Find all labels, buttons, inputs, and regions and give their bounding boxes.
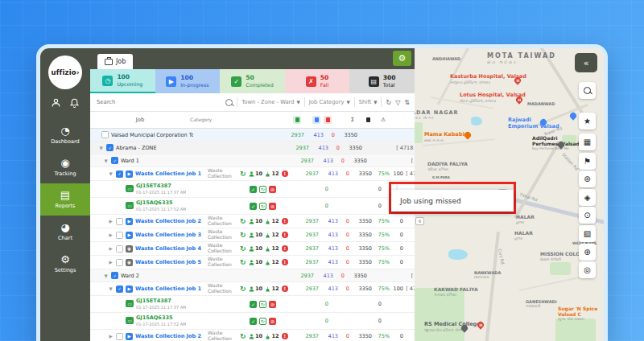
search-icon[interactable] bbox=[225, 99, 233, 106]
shift-select[interactable]: Shift▼ bbox=[359, 99, 378, 105]
expand-caret-icon[interactable]: ▶ bbox=[108, 260, 114, 265]
completed-count: 2937 bbox=[282, 132, 304, 138]
column-alerts[interactable]: ⚠ bbox=[372, 117, 386, 123]
row-checkbox[interactable] bbox=[116, 232, 123, 239]
status-chip-upcoming[interactable]: ◷100Upcoming bbox=[90, 69, 155, 93]
vehicle-link[interactable]: GJ15ET4387 bbox=[136, 183, 186, 190]
table-row[interactable]: ▶▶Waste Collection Job 3Waste Collection… bbox=[90, 228, 415, 242]
map-search-button[interactable] bbox=[579, 82, 596, 99]
settings-gear-button[interactable]: ⚙ bbox=[393, 51, 411, 66]
expand-caret-icon[interactable]: ▶ bbox=[108, 246, 114, 251]
expand-caret-icon[interactable]: ▼ bbox=[108, 171, 114, 176]
geofence-button[interactable]: ⊙ bbox=[579, 207, 596, 224]
sort-icon[interactable]: ⇅ bbox=[404, 99, 410, 106]
column-inprogress[interactable] bbox=[301, 116, 320, 124]
tags-button[interactable]: ◈ bbox=[579, 189, 596, 206]
row-checkbox[interactable]: ✓ bbox=[111, 272, 118, 279]
table-row[interactable]: ▼✓Ward 2293741303350[ 5 ] bbox=[90, 269, 415, 282]
table-row[interactable]: ▶▶Waste Collection Job 2Waste Collection… bbox=[90, 215, 415, 228]
job-link[interactable]: Waste Collection Job 4 bbox=[135, 245, 201, 252]
table-row[interactable]: ▼✓▶Waste Collection Job 1Waste Collectio… bbox=[90, 282, 415, 296]
map-pin-hospital[interactable]: H bbox=[514, 95, 523, 104]
map-pin-hospital[interactable]: H bbox=[513, 76, 522, 84]
tab-job[interactable]: Job bbox=[97, 54, 133, 69]
bell-icon[interactable] bbox=[69, 97, 80, 108]
filter-clear-icon[interactable]: ▽ bbox=[395, 99, 400, 106]
table-row[interactable]: ▶◉Waste Collection Job 4Waste Collection… bbox=[90, 242, 415, 256]
status-chip-in-progress[interactable]: ▶100In-progress bbox=[155, 69, 221, 93]
status-chip-completed[interactable]: ✓50Completed bbox=[220, 69, 285, 93]
map-pin-store-dark[interactable] bbox=[460, 323, 469, 332]
map-pin-store-dark[interactable] bbox=[556, 140, 565, 149]
expand-caret-icon[interactable]: ▼ bbox=[98, 146, 104, 150]
locate-button[interactable]: ◎ bbox=[579, 261, 596, 278]
job-link[interactable]: Waste Collection Job 3 bbox=[135, 232, 201, 238]
row-checkbox[interactable]: ✓ bbox=[116, 170, 123, 178]
routes-button[interactable]: ⚑ bbox=[579, 153, 596, 170]
expand-caret-icon[interactable]: ▶ bbox=[108, 334, 114, 339]
table-row[interactable]: ▶▶Waste Collection Job 2Waste Collection… bbox=[90, 330, 415, 341]
town-zone-ward-select[interactable]: Town - Zone - Ward▼ bbox=[242, 99, 300, 105]
row-checkbox[interactable] bbox=[116, 218, 123, 225]
table-row[interactable]: ▼✓▶Waste Collection Job 1Waste Collectio… bbox=[90, 167, 415, 181]
map-pin-food-orange[interactable] bbox=[463, 130, 472, 139]
row-checkbox[interactable] bbox=[101, 131, 109, 138]
column-category[interactable]: Category bbox=[190, 117, 222, 123]
row-checkbox[interactable] bbox=[116, 259, 123, 266]
table-row[interactable]: ▭GJ15AQ633501-17-2025 11:17:52 AM✓↻⊘00 bbox=[90, 198, 415, 215]
vehicle-link[interactable]: GJ15ET4387 bbox=[136, 298, 186, 305]
sidebar-item-settings[interactable]: ⚙Settings bbox=[40, 248, 90, 280]
sidebar-item-tracking[interactable]: ◉Tracking bbox=[40, 151, 90, 183]
map-pin-shop-blue[interactable] bbox=[568, 111, 577, 120]
job-link[interactable]: Waste Collection Job 1 bbox=[135, 286, 201, 292]
job-link[interactable]: Waste Collection Job 5 bbox=[135, 259, 201, 265]
job-link[interactable]: Waste Collection Job 2 bbox=[135, 218, 201, 224]
map-pin-shop-blue[interactable] bbox=[539, 117, 547, 126]
expand-caret-icon[interactable]: ▼ bbox=[108, 286, 114, 291]
table-row[interactable]: ▶◉Waste Collection Job 5Waste Collection… bbox=[90, 256, 415, 269]
expand-caret-icon[interactable]: ▶ bbox=[108, 219, 114, 224]
job-category-select[interactable]: Job Category▼ bbox=[309, 99, 350, 105]
job-link[interactable]: Waste Collection Job 2 bbox=[135, 333, 201, 339]
column-fail[interactable] bbox=[320, 116, 332, 124]
table-row[interactable]: ▼✓Abrama - ZONE293741303350[ 4718 ] bbox=[90, 142, 415, 154]
status-chip-total[interactable]: ▤300Total bbox=[349, 69, 415, 93]
sidebar-item-reports[interactable]: ▤Reports bbox=[40, 183, 90, 216]
column-completed[interactable] bbox=[279, 116, 301, 124]
favorites-button[interactable]: ★ bbox=[579, 113, 596, 129]
table-row[interactable]: ▼✓Ward 1293741303350[ 5 ] bbox=[90, 154, 415, 167]
user-icon[interactable] bbox=[51, 97, 61, 108]
sidebar-item-dashboard[interactable]: ◔Dashboard bbox=[40, 119, 90, 151]
drone-view-button[interactable]: ⊛ bbox=[579, 170, 596, 187]
expand-caret-icon[interactable]: ▼ bbox=[103, 158, 109, 163]
row-checkbox[interactable]: ✓ bbox=[111, 157, 118, 164]
uffizio-logo[interactable]: uffizio› bbox=[48, 55, 82, 89]
expand-caret-icon[interactable]: ▶ bbox=[108, 232, 114, 237]
column-total[interactable]: Σ bbox=[332, 117, 354, 123]
status-chips: ◷100Upcoming▶100In-progress✓50Completed✗… bbox=[90, 69, 415, 93]
table-row[interactable]: Valsad Municipal Corporation Town2937413… bbox=[90, 129, 415, 142]
vehicle-link[interactable]: GJ15AQ6335 bbox=[136, 200, 186, 207]
expand-caret-icon[interactable]: ▼ bbox=[103, 273, 109, 278]
column-job[interactable]: Job bbox=[90, 117, 190, 123]
table-row[interactable]: ▭GJ15ET438701-17-2025 11:17:37 AM✓↻⊘00 bbox=[90, 296, 415, 313]
table-row[interactable]: ▭GJ15ET438701-17-2025 11:17:37 AM✓↻⊘00 bbox=[90, 181, 415, 198]
select-area-button[interactable]: ▧ bbox=[579, 225, 596, 242]
reset-icon[interactable]: ↻ bbox=[386, 99, 391, 106]
job-using-missed-menu-item[interactable]: Job using missed bbox=[391, 190, 514, 212]
sidebar-item-chart[interactable]: ◕Chart bbox=[40, 216, 90, 248]
collapse-panel-button[interactable]: « bbox=[575, 53, 597, 72]
row-checkbox[interactable]: ✓ bbox=[116, 286, 123, 293]
search-input[interactable] bbox=[95, 98, 221, 106]
map-pin-hospital[interactable]: H bbox=[476, 320, 485, 329]
add-point-button[interactable]: ⊕ bbox=[579, 244, 596, 261]
table-row[interactable]: ▭GJ15AQ633501-17-2025 11:17:52 AM✓↻⊘00 bbox=[90, 313, 415, 330]
job-link[interactable]: Waste Collection Job 1 bbox=[135, 170, 201, 177]
row-checkbox[interactable] bbox=[116, 245, 123, 253]
map-layers-button[interactable]: ▦ bbox=[579, 134, 596, 150]
row-checkbox[interactable]: ✓ bbox=[106, 144, 114, 151]
vehicle-link[interactable]: GJ15AQ6335 bbox=[136, 315, 186, 322]
status-chip-fail[interactable]: ✗50Fail bbox=[285, 69, 350, 93]
column-bin[interactable] bbox=[354, 116, 372, 124]
row-checkbox[interactable] bbox=[116, 333, 123, 340]
